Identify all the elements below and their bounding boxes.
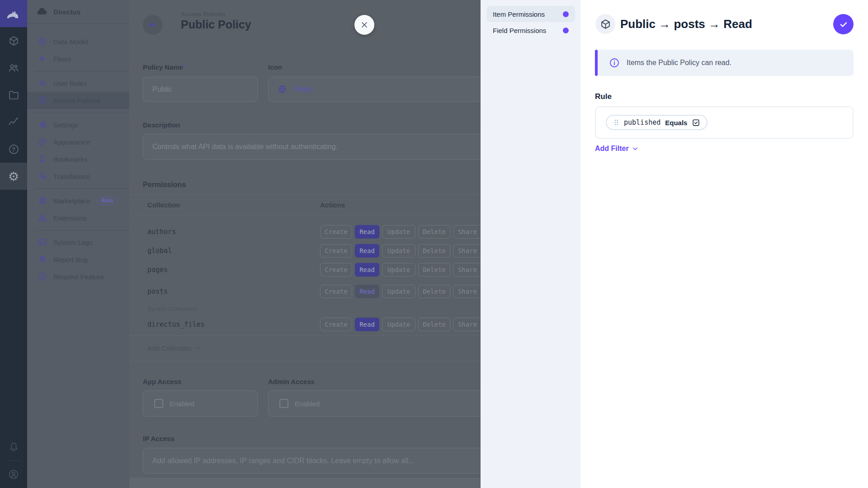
- nav-divider: [34, 113, 129, 113]
- module-user-directory[interactable]: [0, 54, 27, 81]
- nav-item-label: Access Policies: [53, 97, 100, 104]
- breadcrumb[interactable]: Access Policies: [181, 11, 225, 18]
- nav-item-label: Extensions: [53, 214, 86, 222]
- share-permission-button[interactable]: Share: [453, 225, 482, 239]
- icon-input[interactable]: Public: [268, 77, 494, 102]
- nav-item-system-logs[interactable]: System Logs: [27, 234, 129, 251]
- filter-operator[interactable]: Equals: [665, 119, 687, 127]
- share-permission-button[interactable]: Share: [453, 318, 482, 331]
- notifications-button[interactable]: [0, 433, 27, 460]
- nav-item-extensions[interactable]: Extensions: [27, 209, 129, 226]
- share-permission-button[interactable]: Share: [453, 263, 482, 277]
- delete-permission-button[interactable]: Delete: [418, 225, 450, 239]
- checkbox-unchecked-icon[interactable]: [154, 399, 163, 408]
- share-permission-button[interactable]: Share: [453, 244, 482, 258]
- chevron-down-icon: [632, 145, 638, 152]
- update-permission-button[interactable]: Update: [382, 263, 415, 277]
- delete-permission-button[interactable]: Delete: [418, 318, 450, 331]
- checkbox-unchecked-icon[interactable]: [279, 399, 288, 408]
- project-header[interactable]: Directus: [27, 0, 129, 24]
- update-permission-button[interactable]: Update: [382, 285, 415, 298]
- nav-item-appearance[interactable]: Appearance: [27, 133, 129, 150]
- read-permission-button[interactable]: Read: [355, 263, 379, 277]
- directus-logo-tile[interactable]: [0, 0, 27, 27]
- cloud-icon: [36, 6, 47, 17]
- nav-item-settings[interactable]: Settings: [27, 116, 129, 133]
- read-permission-button[interactable]: Read: [355, 318, 379, 331]
- ip-access-input[interactable]: [152, 457, 485, 465]
- module-bar-bottom: [0, 433, 27, 488]
- save-button[interactable]: [833, 14, 854, 34]
- policy-name-label: Policy Name*: [143, 63, 187, 71]
- app-access-label: App Access: [143, 378, 181, 385]
- add-filter-button[interactable]: Add Filter: [595, 145, 638, 153]
- project-name: Directus: [53, 8, 80, 16]
- add-collection-button[interactable]: Add Collection: [129, 339, 481, 357]
- required-mark: *: [184, 63, 187, 70]
- table-row-authors: authors Create Read Update Delete Share: [129, 222, 481, 241]
- tab-field-permissions[interactable]: Field Permissions: [486, 22, 575, 38]
- activity-chart-icon: [8, 116, 19, 128]
- description-input-wrap: [143, 134, 494, 160]
- create-permission-button[interactable]: Create: [320, 244, 352, 258]
- nav-item-request-feature[interactable]: Request Feature: [27, 268, 129, 285]
- box-icon: [600, 19, 611, 30]
- update-permission-button[interactable]: Update: [382, 225, 415, 239]
- tab-item-permissions[interactable]: Item Permissions: [486, 6, 575, 22]
- nav-item-data-model[interactable]: Data Model: [27, 33, 129, 50]
- action-buttons: Create Read Update Delete Share: [320, 244, 482, 258]
- update-permission-button[interactable]: Update: [382, 244, 415, 258]
- drawer-title: Public → posts → Read: [620, 17, 752, 31]
- collection-name: directus_files: [129, 320, 204, 328]
- share-permission-button[interactable]: Share: [453, 285, 482, 298]
- nav-item-access-policies[interactable]: Access Policies: [27, 92, 129, 109]
- help-icon: ?: [9, 145, 19, 154]
- create-permission-button[interactable]: Create: [320, 263, 352, 277]
- bookmark-icon: [38, 155, 47, 164]
- nav-item-label: Translations: [53, 173, 90, 180]
- close-drawer-button[interactable]: [354, 15, 374, 35]
- table-row-global: global Create Read Update Delete Share: [129, 241, 481, 260]
- notice-text: Items the Public Policy can read.: [627, 59, 731, 67]
- action-buttons: Create Read Update Delete Share: [320, 263, 482, 277]
- read-permission-button[interactable]: Read: [355, 225, 379, 239]
- policy-name-input[interactable]: [152, 85, 248, 94]
- module-files[interactable]: [0, 81, 27, 108]
- delete-permission-button[interactable]: Delete: [418, 263, 450, 277]
- nav-item-flows[interactable]: Flows: [27, 50, 129, 67]
- bug-icon: [38, 255, 47, 264]
- description-input[interactable]: [152, 143, 485, 151]
- module-settings[interactable]: ⚙: [0, 163, 27, 190]
- read-permission-button-editing[interactable]: Read: [355, 285, 379, 298]
- nav-item-label: System Logs: [53, 239, 93, 246]
- filter-field[interactable]: published: [624, 118, 660, 127]
- nav-item-label: Data Model: [53, 38, 88, 46]
- module-content[interactable]: [0, 27, 27, 54]
- read-permission-button[interactable]: Read: [355, 244, 379, 258]
- create-permission-button[interactable]: Create: [320, 285, 352, 298]
- update-permission-button[interactable]: Update: [382, 318, 415, 331]
- module-docs[interactable]: ?: [0, 136, 27, 163]
- drawer-tab-list: Item Permissions Field Permissions: [481, 0, 580, 488]
- filter-row[interactable]: published Equals: [606, 115, 708, 130]
- app-access-toggle[interactable]: Enabled: [143, 390, 258, 417]
- nav-item-report-bug[interactable]: Report Bug: [27, 251, 129, 268]
- nav-item-bookmarks[interactable]: Bookmarks: [27, 150, 129, 168]
- drag-handle-icon[interactable]: [613, 119, 619, 126]
- rule-editor[interactable]: published Equals: [595, 106, 854, 139]
- ip-access-label: IP Access: [143, 435, 175, 442]
- delete-permission-button[interactable]: Delete: [418, 244, 450, 258]
- nav-item-user-roles[interactable]: User Roles: [27, 75, 129, 92]
- delete-permission-button[interactable]: Delete: [418, 285, 450, 298]
- module-insights[interactable]: [0, 108, 27, 136]
- nav-item-translations[interactable]: Translations: [27, 168, 129, 185]
- user-menu-button[interactable]: [0, 461, 27, 488]
- create-permission-button[interactable]: Create: [320, 225, 352, 239]
- nav-item-marketplace[interactable]: Marketplace Beta: [27, 192, 129, 209]
- admin-access-toggle[interactable]: Enabled: [268, 390, 494, 417]
- create-permission-button[interactable]: Create: [320, 318, 352, 331]
- collection-name: authors: [129, 228, 176, 236]
- checkbox-checked-icon[interactable]: [692, 118, 700, 127]
- back-button[interactable]: [143, 15, 163, 35]
- module-bar: ? ⚙: [0, 0, 27, 488]
